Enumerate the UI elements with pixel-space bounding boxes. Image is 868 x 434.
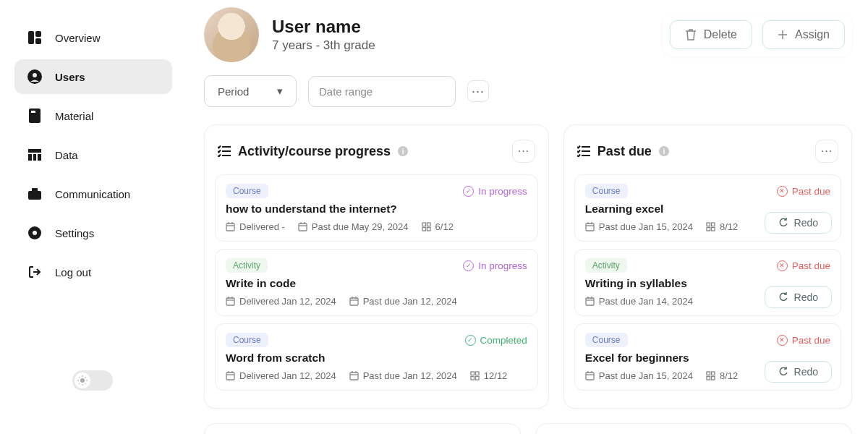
period-select[interactable]: Period ▾ [204, 75, 297, 107]
svg-rect-82 [707, 377, 710, 380]
svg-rect-53 [350, 373, 358, 380]
svg-line-23 [85, 377, 87, 378]
table-icon [27, 148, 42, 162]
input-placeholder: Date range [319, 85, 373, 98]
sidebar-item-data[interactable]: Data [14, 137, 172, 172]
item-count: 8/12 [706, 370, 738, 381]
delete-button[interactable]: Delete [670, 20, 752, 49]
card-more-button[interactable]: ··· [512, 140, 535, 163]
svg-rect-69 [711, 223, 715, 226]
activity-item[interactable]: Course ✓Completed Word from scratch Deli… [215, 323, 538, 391]
item-tag: Activity [585, 258, 627, 273]
logout-icon [27, 265, 42, 279]
svg-rect-33 [299, 224, 307, 231]
item-delivered: Delivered Jan 12, 2024 [226, 370, 336, 381]
avatar [204, 7, 259, 62]
sidebar-item-settings[interactable]: Settings [14, 216, 172, 250]
item-delivered: Delivered Jan 12, 2024 [226, 296, 336, 307]
sidebar-item-label: Settings [55, 227, 94, 239]
daterange-input[interactable]: Date range [308, 76, 456, 107]
item-status: ✓In progress [463, 186, 527, 197]
svg-rect-7 [28, 149, 41, 153]
svg-line-22 [79, 383, 80, 385]
redo-label: Redo [794, 217, 818, 229]
svg-rect-58 [475, 372, 479, 375]
sidebar-item-communication[interactable]: Communication [14, 176, 172, 211]
item-title: Write in code [226, 277, 527, 290]
svg-point-14 [33, 231, 37, 235]
redo-label: Redo [794, 292, 818, 303]
svg-rect-68 [707, 223, 710, 226]
activity-item[interactable]: Course ✓In progress how to understand th… [215, 174, 538, 242]
svg-rect-70 [707, 228, 710, 231]
item-count: 8/12 [706, 221, 738, 232]
main-content: User name 7 years - 3th grade Delete Ass… [187, 0, 868, 434]
item-pastdue-date: Past due Jan 15, 2024 [585, 221, 693, 232]
pastdue-item[interactable]: Course ✕Past due Excel for beginners Pas… [574, 323, 841, 391]
svg-rect-12 [32, 188, 38, 192]
status-x-icon: ✕ [777, 335, 788, 346]
item-tag: Activity [226, 258, 268, 273]
redo-button[interactable]: Redo [765, 286, 832, 308]
gear-icon [27, 226, 42, 240]
svg-rect-1 [35, 31, 41, 37]
item-count: 12/12 [470, 370, 508, 381]
svg-rect-0 [28, 31, 34, 44]
svg-rect-49 [226, 373, 234, 380]
redo-button[interactable]: Redo [765, 212, 832, 234]
sidebar-item-overview[interactable]: Overview [14, 20, 172, 55]
item-status: ✓In progress [463, 260, 527, 271]
assign-button[interactable]: Assign [762, 20, 845, 49]
svg-line-20 [79, 377, 80, 378]
button-label: Delete [704, 28, 737, 41]
users-icon [27, 69, 42, 84]
svg-rect-72 [586, 298, 594, 305]
svg-point-4 [33, 73, 37, 77]
info-icon[interactable]: i [659, 146, 669, 156]
pastdue-list: Course ✕Past due Learning excel Past due… [574, 174, 841, 391]
select-label: Period [218, 85, 249, 98]
svg-rect-37 [422, 223, 426, 226]
svg-rect-71 [711, 228, 715, 231]
status-check-icon: ✓ [465, 335, 476, 346]
filters-more-button[interactable]: ··· [467, 80, 489, 102]
svg-rect-45 [350, 298, 358, 305]
header-actions: Delete Assign [663, 13, 852, 56]
redo-button[interactable]: Redo [765, 361, 832, 383]
pastdue-item[interactable]: Course ✕Past due Learning excel Past due… [574, 174, 841, 242]
user-meta: 7 years - 3th grade [272, 38, 375, 53]
sidebar-item-material[interactable]: Material [14, 98, 172, 133]
item-pastdue: Past due May 29, 2024 [298, 221, 409, 232]
dashboard-icon [27, 30, 42, 45]
checklist-icon [218, 145, 231, 157]
item-title: how to understand the internet? [226, 203, 527, 216]
book-icon [27, 109, 42, 123]
item-count: 6/12 [422, 221, 454, 232]
theme-toggle[interactable] [72, 370, 113, 391]
trash-icon [685, 28, 697, 41]
sidebar-item-users[interactable]: Users [14, 59, 172, 94]
activity-item[interactable]: Activity ✓In progress Write in code Deli… [215, 249, 538, 316]
svg-rect-6 [31, 111, 35, 113]
activity-progress-card: Activity/course progress i ··· Course ✓I… [204, 124, 549, 409]
sidebar-item-logout[interactable]: Log out [14, 255, 172, 289]
svg-rect-38 [427, 223, 430, 226]
sun-icon [75, 373, 90, 388]
sidebar-item-label: Material [55, 110, 93, 122]
status-x-icon: ✕ [777, 186, 788, 197]
svg-point-15 [80, 378, 85, 383]
item-tag: Course [226, 184, 268, 198]
info-icon[interactable]: i [398, 146, 408, 156]
svg-rect-76 [586, 373, 594, 380]
card-more-button[interactable]: ··· [815, 140, 838, 163]
user-info: User name 7 years - 3th grade [204, 7, 375, 62]
svg-rect-11 [28, 191, 41, 200]
svg-rect-57 [471, 372, 475, 375]
item-title: Word from scratch [226, 352, 527, 365]
button-label: Assign [795, 28, 830, 41]
item-status: ✕Past due [777, 186, 830, 197]
svg-line-21 [85, 383, 87, 385]
svg-rect-29 [226, 224, 234, 231]
pastdue-item[interactable]: Activity ✕Past due Writing in syllables … [574, 249, 841, 316]
svg-rect-10 [38, 154, 41, 161]
